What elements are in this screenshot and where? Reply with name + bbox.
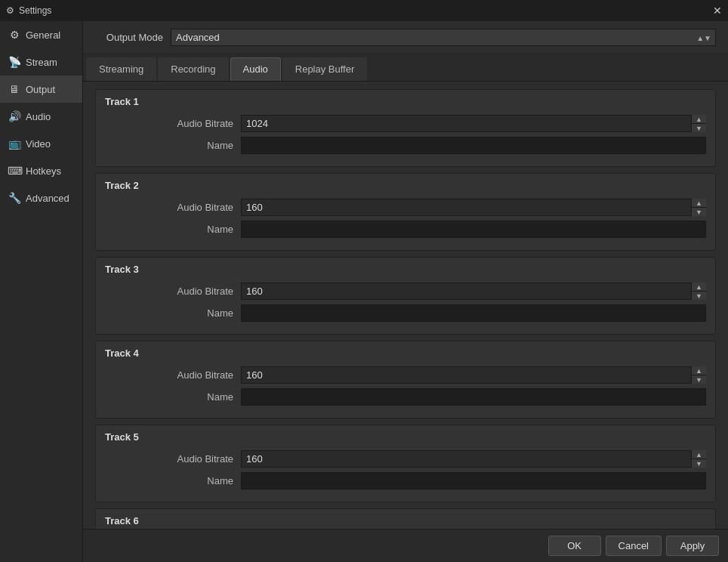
tab-streaming[interactable]: Streaming	[86, 57, 156, 81]
tab-audio[interactable]: Audio	[230, 57, 281, 81]
name-row-3: Name	[105, 304, 706, 322]
output-mode-row: Output Mode SimpleAdvanced ▲▼	[83, 21, 728, 54]
track-title-4: Track 4	[105, 347, 706, 359]
bitrate-row-5: Audio Bitrate ▲ ▼	[105, 450, 706, 468]
sidebar-item-audio[interactable]: 🔊Audio	[0, 103, 82, 130]
spin-down-2[interactable]: ▼	[692, 208, 706, 216]
spin-up-3[interactable]: ▲	[692, 283, 706, 292]
apply-button[interactable]: Apply	[666, 536, 719, 556]
spin-up-4[interactable]: ▲	[692, 366, 706, 375]
sidebar-label-advanced: Advanced	[26, 193, 69, 204]
tab-replay_buffer[interactable]: Replay Buffer	[282, 57, 368, 81]
sidebar-item-output[interactable]: 🖥Output	[0, 76, 82, 103]
spinbox-arrows-1: ▲ ▼	[691, 115, 706, 132]
output-mode-select-wrapper: SimpleAdvanced ▲▼	[171, 29, 716, 46]
stream-icon: 📡	[8, 56, 21, 68]
track-title-3: Track 3	[105, 264, 706, 275]
bitrate-row-2: Audio Bitrate ▲ ▼	[105, 199, 706, 216]
bitrate-row-4: Audio Bitrate ▲ ▼	[105, 366, 706, 384]
track-title-2: Track 2	[105, 180, 706, 191]
main-content: Output Mode SimpleAdvanced ▲▼ StreamingR…	[83, 21, 728, 562]
sidebar-item-advanced[interactable]: 🔧Advanced	[0, 184, 82, 212]
bitrate-input-4[interactable]	[241, 366, 706, 384]
name-input-4[interactable]	[241, 388, 706, 406]
output-icon: 🖥	[8, 83, 21, 95]
bitrate-spinbox-5: ▲ ▼	[241, 450, 706, 468]
bitrate-row-3: Audio Bitrate ▲ ▼	[105, 283, 706, 300]
bitrate-label-1: Audio Bitrate	[105, 118, 241, 129]
bitrate-input-5[interactable]	[241, 450, 706, 468]
output-mode-select[interactable]: SimpleAdvanced	[171, 29, 716, 46]
bitrate-input-2[interactable]	[241, 199, 706, 216]
bitrate-label-3: Audio Bitrate	[105, 286, 241, 297]
track-section-1: Track 1 Audio Bitrate ▲ ▼ Name	[95, 89, 716, 167]
sidebar-label-output: Output	[26, 84, 55, 95]
name-input-2[interactable]	[241, 221, 706, 238]
name-label-2: Name	[105, 224, 241, 235]
output-mode-label: Output Mode	[95, 32, 163, 43]
sidebar: ⚙General📡Stream🖥Output🔊Audio📺Video⌨Hotke…	[0, 21, 83, 562]
bitrate-row-1: Audio Bitrate ▲ ▼	[105, 115, 706, 132]
sidebar-label-audio: Audio	[26, 111, 51, 122]
spin-down-1[interactable]: ▼	[692, 124, 706, 132]
sidebar-item-hotkeys[interactable]: ⌨Hotkeys	[0, 157, 82, 184]
bitrate-label-5: Audio Bitrate	[105, 453, 241, 465]
track-section-5: Track 5 Audio Bitrate ▲ ▼ Name	[95, 425, 716, 502]
name-label-1: Name	[105, 140, 241, 151]
spin-up-5[interactable]: ▲	[692, 450, 706, 459]
name-label-5: Name	[105, 475, 241, 486]
close-button[interactable]: ✕	[713, 5, 722, 17]
tab-recording[interactable]: Recording	[158, 57, 228, 81]
cancel-button[interactable]: Cancel	[606, 536, 662, 556]
spinbox-arrows-4: ▲ ▼	[691, 366, 706, 384]
bitrate-spinbox-1: ▲ ▼	[241, 115, 706, 132]
spin-up-2[interactable]: ▲	[692, 199, 706, 208]
settings-icon: ⚙	[6, 5, 14, 16]
title-bar-left: ⚙ Settings	[6, 5, 51, 16]
hotkeys-icon: ⌨	[8, 165, 21, 177]
content-area: Track 1 Audio Bitrate ▲ ▼ Name Track 2 A…	[83, 82, 728, 529]
spinbox-arrows-3: ▲ ▼	[691, 283, 706, 300]
name-input-1[interactable]	[241, 137, 706, 154]
track-section-2: Track 2 Audio Bitrate ▲ ▼ Name	[95, 173, 716, 251]
sidebar-item-video[interactable]: 📺Video	[0, 130, 82, 157]
sidebar-item-general[interactable]: ⚙General	[0, 21, 82, 48]
name-row-2: Name	[105, 221, 706, 238]
tabs-bar: StreamingRecordingAudioReplay Buffer	[83, 54, 728, 82]
bitrate-label-4: Audio Bitrate	[105, 369, 241, 381]
bitrate-spinbox-2: ▲ ▼	[241, 199, 706, 216]
name-row-4: Name	[105, 388, 706, 406]
name-input-5[interactable]	[241, 472, 706, 489]
ok-button[interactable]: OK	[548, 536, 601, 556]
track-title-5: Track 5	[105, 431, 706, 443]
bitrate-spinbox-4: ▲ ▼	[241, 366, 706, 384]
bitrate-spinbox-3: ▲ ▼	[241, 283, 706, 300]
video-icon: 📺	[8, 137, 21, 150]
footer: OK Cancel Apply	[83, 529, 728, 562]
app-body: ⚙General📡Stream🖥Output🔊Audio📺Video⌨Hotke…	[0, 21, 728, 562]
spin-up-1[interactable]: ▲	[692, 115, 706, 124]
track-title-6: Track 6	[105, 515, 706, 526]
spinbox-arrows-5: ▲ ▼	[691, 450, 706, 468]
bitrate-input-1[interactable]	[241, 115, 706, 132]
sidebar-label-hotkeys: Hotkeys	[26, 165, 61, 177]
sidebar-item-stream[interactable]: 📡Stream	[0, 48, 82, 76]
name-label-4: Name	[105, 391, 241, 403]
sidebar-label-video: Video	[26, 138, 51, 150]
bitrate-label-2: Audio Bitrate	[105, 202, 241, 213]
track-section-6: Track 6 Audio Bitrate ▲ ▼ Name	[95, 508, 716, 529]
audio-icon: 🔊	[8, 110, 21, 122]
track-title-1: Track 1	[105, 96, 706, 107]
spin-down-5[interactable]: ▼	[692, 459, 706, 468]
window-title: Settings	[19, 5, 51, 16]
name-row-5: Name	[105, 472, 706, 489]
spinbox-arrows-2: ▲ ▼	[691, 199, 706, 216]
title-bar: ⚙ Settings ✕	[0, 0, 728, 21]
spin-down-4[interactable]: ▼	[692, 375, 706, 384]
name-row-1: Name	[105, 137, 706, 154]
name-input-3[interactable]	[241, 304, 706, 322]
bitrate-input-3[interactable]	[241, 283, 706, 300]
name-label-3: Name	[105, 307, 241, 319]
spin-down-3[interactable]: ▼	[692, 292, 706, 300]
advanced-icon: 🔧	[8, 192, 21, 204]
